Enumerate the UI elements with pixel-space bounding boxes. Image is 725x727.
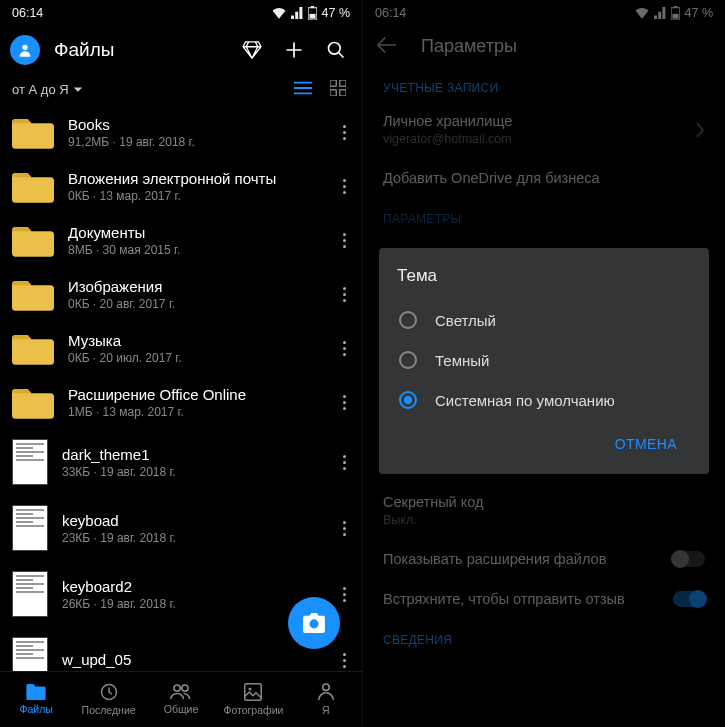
file-meta: 33КБ · 19 авг. 2018 г. xyxy=(62,465,319,479)
overflow-menu-button[interactable] xyxy=(333,119,356,146)
svg-point-15 xyxy=(323,684,329,690)
overflow-menu-button[interactable] xyxy=(333,581,356,608)
nav-label: Фотографии xyxy=(223,704,283,716)
folder-icon xyxy=(12,385,54,419)
camera-icon xyxy=(303,613,325,633)
list-icon xyxy=(294,81,312,95)
nav-files[interactable]: Файлы xyxy=(0,672,72,727)
status-time: 06:14 xyxy=(12,6,43,20)
person-icon xyxy=(17,42,33,58)
radio-label: Темный xyxy=(435,352,489,369)
file-name: Вложения электронной почты xyxy=(68,170,319,187)
nav-label: Файлы xyxy=(20,703,53,715)
file-row[interactable]: Документы8МБ · 30 мая 2015 г. xyxy=(0,213,362,267)
clock-icon xyxy=(100,683,118,701)
sort-bar: от А до Я xyxy=(0,74,362,105)
svg-point-9 xyxy=(309,619,318,628)
search-button[interactable] xyxy=(326,40,346,60)
svg-point-4 xyxy=(329,43,341,55)
file-name: Изображения xyxy=(68,278,319,295)
file-name: dark_theme1 xyxy=(62,446,319,463)
nav-label: Общие xyxy=(164,703,199,715)
folder-icon xyxy=(12,115,54,149)
file-row[interactable]: Изображения0КБ · 20 авг. 2017 г. xyxy=(0,267,362,321)
photo-icon xyxy=(244,683,262,701)
folder-icon xyxy=(12,223,54,257)
radio-dark[interactable]: Темный xyxy=(397,340,691,380)
camera-fab[interactable] xyxy=(288,597,340,649)
radio-icon xyxy=(399,311,417,329)
svg-point-14 xyxy=(249,688,252,691)
cancel-button[interactable]: ОТМЕНА xyxy=(605,428,687,460)
file-row[interactable]: Расширение Office Online1МБ · 13 мар. 20… xyxy=(0,375,362,429)
overflow-menu-button[interactable] xyxy=(333,449,356,476)
svg-point-12 xyxy=(182,685,188,691)
overflow-menu-button[interactable] xyxy=(333,515,356,542)
nav-label: Я xyxy=(322,704,330,716)
radio-icon xyxy=(399,391,417,409)
files-screen: 06:14 47 % Файлы от А до Я xyxy=(0,0,363,727)
list-view-button[interactable] xyxy=(294,81,312,98)
radio-icon xyxy=(399,351,417,369)
overflow-menu-button[interactable] xyxy=(333,173,356,200)
svg-point-11 xyxy=(174,685,180,691)
document-thumbnail xyxy=(12,505,48,551)
dialog-title: Тема xyxy=(397,266,691,286)
avatar[interactable] xyxy=(10,35,40,65)
nav-photos[interactable]: Фотографии xyxy=(217,672,289,727)
file-meta: 23КБ · 19 авг. 2018 г. xyxy=(62,531,319,545)
files-icon xyxy=(26,684,46,700)
svg-rect-7 xyxy=(330,90,336,96)
nav-label: Последние xyxy=(82,704,136,716)
app-header: Файлы xyxy=(0,26,362,74)
file-row[interactable]: Вложения электронной почты0КБ · 13 мар. … xyxy=(0,159,362,213)
folder-icon xyxy=(12,169,54,203)
file-meta: 0КБ · 20 июл. 2017 г. xyxy=(68,351,319,365)
file-meta: 0КБ · 13 мар. 2017 г. xyxy=(68,189,319,203)
file-row[interactable]: keyboad23КБ · 19 авг. 2018 г. xyxy=(0,495,362,561)
radio-label: Системная по умолчанию xyxy=(435,392,615,409)
theme-dialog: Тема Светлый Темный Системная по умолчан… xyxy=(379,248,709,474)
nav-recent[interactable]: Последние xyxy=(72,672,144,727)
document-thumbnail xyxy=(12,439,48,485)
svg-rect-5 xyxy=(330,80,336,86)
svg-rect-13 xyxy=(245,684,262,701)
svg-rect-1 xyxy=(310,6,314,8)
overflow-menu-button[interactable] xyxy=(333,647,356,674)
diamond-icon xyxy=(242,41,262,59)
battery-icon xyxy=(308,6,317,20)
file-meta: 26КБ · 19 авг. 2018 г. xyxy=(62,597,319,611)
file-meta: 91,2МБ · 19 авг. 2018 г. xyxy=(68,135,319,149)
overflow-menu-button[interactable] xyxy=(333,281,356,308)
svg-point-3 xyxy=(22,45,27,50)
nav-shared[interactable]: Общие xyxy=(145,672,217,727)
svg-rect-2 xyxy=(309,14,315,19)
document-thumbnail xyxy=(12,571,48,617)
nav-me[interactable]: Я xyxy=(290,672,362,727)
overflow-menu-button[interactable] xyxy=(333,389,356,416)
file-meta: 1МБ · 13 мар. 2017 г. xyxy=(68,405,319,419)
file-meta: 0КБ · 20 авг. 2017 г. xyxy=(68,297,319,311)
file-name: keyboad xyxy=(62,512,319,529)
folder-icon xyxy=(12,331,54,365)
sort-button[interactable]: от А до Я xyxy=(12,82,288,97)
add-button[interactable] xyxy=(284,40,304,60)
wifi-icon xyxy=(272,7,286,19)
grid-view-button[interactable] xyxy=(330,80,346,99)
overflow-menu-button[interactable] xyxy=(333,335,356,362)
overflow-menu-button[interactable] xyxy=(333,227,356,254)
radio-light[interactable]: Светлый xyxy=(397,300,691,340)
svg-rect-8 xyxy=(340,90,346,96)
page-title: Файлы xyxy=(54,39,228,61)
chevron-down-icon xyxy=(73,86,83,94)
premium-button[interactable] xyxy=(242,41,262,59)
file-name: w_upd_05 xyxy=(62,651,319,668)
file-row[interactable]: dark_theme133КБ · 19 авг. 2018 г. xyxy=(0,429,362,495)
radio-system-default[interactable]: Системная по умолчанию xyxy=(397,380,691,420)
radio-label: Светлый xyxy=(435,312,496,329)
file-name: Books xyxy=(68,116,319,133)
file-name: Расширение Office Online xyxy=(68,386,319,403)
file-row[interactable]: Books91,2МБ · 19 авг. 2018 г. xyxy=(0,105,362,159)
file-meta: 8МБ · 30 мая 2015 г. xyxy=(68,243,319,257)
file-row[interactable]: Музыка0КБ · 20 июл. 2017 г. xyxy=(0,321,362,375)
